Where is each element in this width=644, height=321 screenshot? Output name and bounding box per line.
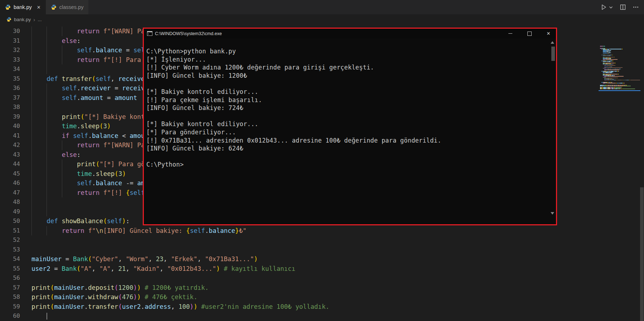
- terminal-line: [*] Bakiye kontrol ediliyor...: [146, 120, 548, 128]
- indent-guide: [47, 226, 47, 236]
- tab-classes-py[interactable]: classes.py: [46, 0, 89, 14]
- maximize-button[interactable]: [524, 29, 535, 38]
- terminal-line: [*] Para gönderiliyor...: [146, 128, 548, 136]
- line-number: 52: [0, 235, 20, 245]
- line-number: 60: [0, 311, 20, 321]
- minimap-line: [603, 59, 618, 60]
- indent-guide: [31, 169, 32, 179]
- tab-bank-py[interactable]: bank.py ✕: [0, 0, 46, 14]
- terminal-line: [INFO] Güncel bakiye: 724₺: [146, 104, 548, 112]
- terminal-line: [146, 153, 548, 161]
- python-file-icon: [51, 4, 57, 10]
- line-number: 36: [0, 83, 20, 93]
- breadcrumb-separator-icon: ›: [33, 16, 35, 23]
- line-number: 49: [0, 207, 20, 217]
- indent-guide: [31, 36, 32, 46]
- code-line[interactable]: 52: [0, 235, 644, 245]
- close-button[interactable]: ✕: [543, 29, 554, 38]
- minimap-line: [604, 67, 623, 68]
- indent-guide: [31, 102, 32, 112]
- indent-guide: [47, 188, 47, 198]
- indent-guide: [31, 207, 32, 217]
- tab-bar: bank.py ✕ classes.py: [0, 0, 644, 14]
- code-line[interactable]: 56: [0, 273, 644, 283]
- line-number: 34: [0, 64, 20, 74]
- cmd-scrollbar-thumb[interactable]: [551, 47, 555, 61]
- editor-actions: [600, 0, 639, 14]
- line-number: 42: [0, 140, 20, 150]
- indent-guide: [31, 93, 32, 103]
- code-line[interactable]: 53: [0, 245, 644, 255]
- code-line[interactable]: 55user2 = Bank("A", "A", 21, "Kadın", "0…: [0, 264, 644, 274]
- indent-guide: [31, 64, 32, 74]
- minimap-current-line-highlight: [599, 90, 640, 91]
- indent-guide: [47, 121, 47, 131]
- line-number: 53: [0, 245, 20, 255]
- minimize-button[interactable]: [505, 29, 516, 38]
- indent-guide: [31, 216, 32, 226]
- scroll-down-arrow-icon[interactable]: [551, 212, 554, 215]
- line-number: 40: [0, 121, 20, 131]
- minimap-line: [603, 83, 625, 83]
- line-number: 35: [0, 74, 20, 84]
- indent-guide: [47, 159, 47, 169]
- scroll-up-arrow-icon[interactable]: [551, 41, 554, 44]
- indent-guide: [62, 178, 62, 188]
- breadcrumb-item-file[interactable]: bank.py: [14, 17, 31, 22]
- indent-guide: [47, 102, 47, 112]
- split-editor-button[interactable]: [620, 3, 626, 12]
- terminal-line: [!] Para çekme işlemi başarılı.: [146, 96, 548, 104]
- line-number: 37: [0, 93, 20, 103]
- line-number: 51: [0, 226, 20, 236]
- maximize-icon: [527, 32, 532, 36]
- python-file-icon: [5, 4, 11, 10]
- line-number: 33: [0, 55, 20, 65]
- indent-guide: [31, 140, 32, 150]
- terminal-body[interactable]: C:\Python>python bank.py[*] İşleniyor...…: [144, 38, 556, 233]
- code-line[interactable]: 60: [0, 311, 644, 321]
- editor-scrollbar-thumb[interactable]: [640, 187, 644, 321]
- indent-guide: [47, 150, 47, 160]
- run-dropdown-chevron-icon[interactable]: [609, 3, 613, 12]
- indent-guide: [47, 197, 47, 207]
- indent-guide: [47, 112, 47, 122]
- line-number: 44: [0, 159, 20, 169]
- minimap-line: [600, 86, 631, 86]
- breadcrumb-more[interactable]: ...: [38, 17, 42, 22]
- run-button[interactable]: [600, 3, 607, 12]
- indent-guide: [31, 150, 32, 160]
- vscode-window: bank.py ✕ classes.py: [0, 0, 644, 321]
- terminal-line: [*] İşleniyor...: [146, 56, 548, 64]
- tab-label: bank.py: [14, 4, 32, 10]
- indent-guide: [31, 188, 32, 198]
- tab-close-icon[interactable]: ✕: [37, 5, 41, 10]
- indent-guide: [31, 178, 32, 188]
- terminal-line: [146, 80, 548, 88]
- code-line[interactable]: 59print(mainUser.transfer(user2.address,…: [0, 302, 644, 312]
- more-actions-button[interactable]: [633, 3, 639, 12]
- minimap[interactable]: [599, 46, 640, 96]
- code-line[interactable]: 54mainUser = Bank("Cyber", "Worm", 23, "…: [0, 254, 644, 264]
- indent-guide: [47, 83, 47, 93]
- indent-guide: [31, 226, 32, 236]
- line-number: 55: [0, 264, 20, 274]
- indent-guide: [31, 159, 32, 169]
- indent-guide: [62, 55, 62, 65]
- breadcrumb: bank.py › ...: [0, 14, 644, 24]
- line-number: 38: [0, 102, 20, 112]
- line-number: 43: [0, 150, 20, 160]
- indent-guide: [62, 27, 62, 36]
- line-number: 41: [0, 131, 20, 141]
- indent-guide: [47, 207, 47, 217]
- line-number: 59: [0, 302, 20, 312]
- minimap-line: [600, 88, 635, 89]
- indent-guide: [47, 27, 47, 36]
- cmd-title-bar[interactable]: C:\WINDOWS\system32\cmd.exe ✕: [144, 29, 556, 38]
- code-line[interactable]: 57print(mainUser.deposit(1200)) # 1200₺ …: [0, 283, 644, 293]
- line-number: 54: [0, 254, 20, 264]
- minimap-line: [604, 70, 620, 70]
- indent-guide: [47, 169, 47, 179]
- indent-guide: [62, 169, 62, 179]
- indent-guide: [31, 45, 32, 55]
- code-line[interactable]: 58print(mainUser.withdraw(476)) # 476₺ ç…: [0, 292, 644, 302]
